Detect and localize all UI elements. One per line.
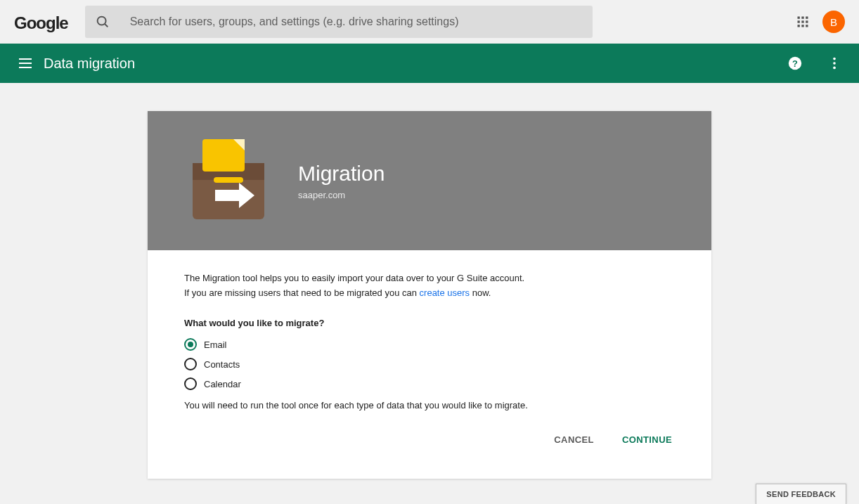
top-bar-right: B xyxy=(796,11,845,33)
migration-box-icon xyxy=(186,138,271,224)
radio-icon xyxy=(184,338,197,351)
svg-rect-9 xyxy=(801,25,803,27)
radio-icon xyxy=(184,358,197,370)
svg-rect-13 xyxy=(19,67,32,68)
svg-text:?: ? xyxy=(792,58,798,69)
hero-text: Migration saaper.com xyxy=(298,162,385,200)
search-box[interactable] xyxy=(85,6,593,38)
body-line2-prefix: If you are missing users that need to be… xyxy=(184,287,420,298)
hero-title: Migration xyxy=(298,162,385,186)
radio-option-contacts[interactable]: Contacts xyxy=(184,358,675,370)
top-bar: Google B xyxy=(0,0,859,44)
svg-rect-21 xyxy=(214,177,243,183)
google-logo[interactable]: Google xyxy=(14,13,68,33)
radio-label: Email xyxy=(204,340,227,350)
appbar-right: ? xyxy=(787,56,842,71)
continue-button[interactable]: CONTINUE xyxy=(619,429,675,451)
help-icon[interactable]: ? xyxy=(787,56,803,71)
card-hero: Migration saaper.com xyxy=(148,111,711,250)
hero-domain: saaper.com xyxy=(298,190,385,200)
body-line1: The Migration tool helps you to easily i… xyxy=(184,273,675,283)
create-users-link[interactable]: create users xyxy=(420,287,470,298)
body-line2-suffix: now. xyxy=(470,287,491,298)
radio-group: EmailContactsCalendar xyxy=(184,338,675,390)
migration-card: Migration saaper.com The Migration tool … xyxy=(148,111,711,479)
send-feedback-button[interactable]: SEND FEEDBACK xyxy=(756,484,846,504)
migrate-question: What would you like to migrate? xyxy=(184,318,675,328)
svg-rect-8 xyxy=(798,25,800,27)
search-input[interactable] xyxy=(130,15,583,28)
appbar-title: Data migration xyxy=(44,56,135,72)
svg-point-0 xyxy=(97,17,105,25)
app-bar: Data migration ? xyxy=(0,44,859,83)
svg-rect-6 xyxy=(801,20,803,22)
radio-label: Contacts xyxy=(204,359,240,370)
svg-point-16 xyxy=(833,58,836,60)
svg-line-1 xyxy=(105,24,108,27)
svg-rect-7 xyxy=(806,20,808,22)
radio-label: Calendar xyxy=(204,379,241,389)
svg-rect-3 xyxy=(801,17,803,19)
svg-point-18 xyxy=(833,67,836,70)
svg-rect-5 xyxy=(798,20,800,22)
radio-icon xyxy=(184,377,197,390)
radio-option-calendar[interactable]: Calendar xyxy=(184,377,675,390)
card-actions: CANCEL CONTINUE xyxy=(148,429,711,479)
more-vert-icon[interactable] xyxy=(827,56,842,71)
svg-point-17 xyxy=(833,62,836,65)
svg-rect-11 xyxy=(19,58,32,60)
radio-option-email[interactable]: Email xyxy=(184,338,675,351)
avatar[interactable]: B xyxy=(822,11,845,33)
svg-rect-4 xyxy=(806,17,808,19)
menu-icon[interactable] xyxy=(17,55,34,72)
svg-rect-10 xyxy=(806,25,808,27)
svg-rect-12 xyxy=(19,63,32,64)
apps-grid-icon[interactable] xyxy=(796,15,810,29)
card-body: The Migration tool helps you to easily i… xyxy=(148,250,711,429)
svg-rect-2 xyxy=(798,17,800,19)
avatar-initial: B xyxy=(830,16,837,28)
body-line2: If you are missing users that need to be… xyxy=(184,287,675,298)
search-icon xyxy=(95,14,110,30)
body-note: You will need to run the tool once for e… xyxy=(184,400,675,411)
cancel-button[interactable]: CANCEL xyxy=(551,429,597,451)
